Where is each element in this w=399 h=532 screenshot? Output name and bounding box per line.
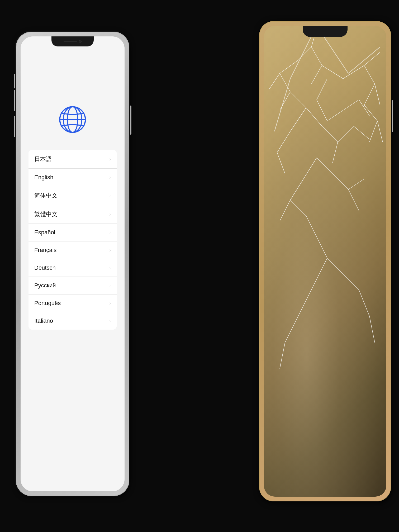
svg-line-40 xyxy=(306,279,317,300)
language-name-russian: Русский xyxy=(34,282,56,289)
svg-line-50 xyxy=(317,100,327,121)
language-name-english: English xyxy=(34,174,53,181)
svg-line-53 xyxy=(359,100,369,116)
svg-line-26 xyxy=(277,153,285,174)
svg-line-13 xyxy=(290,92,306,108)
svg-line-27 xyxy=(303,158,317,179)
language-name-simplified-chinese: 简体中文 xyxy=(34,192,58,200)
svg-line-28 xyxy=(317,158,332,174)
speaker xyxy=(64,41,77,42)
svg-line-23 xyxy=(332,142,338,163)
svg-line-45 xyxy=(369,316,375,343)
svg-line-42 xyxy=(285,321,296,343)
svg-line-30 xyxy=(348,189,359,211)
svg-line-52 xyxy=(343,100,359,110)
svg-line-18 xyxy=(364,84,375,105)
svg-line-11 xyxy=(280,73,290,92)
chevron-icon: › xyxy=(109,175,111,180)
chevron-icon: › xyxy=(109,230,111,235)
notch xyxy=(51,36,94,46)
front-camera xyxy=(79,40,82,43)
svg-line-20 xyxy=(306,108,322,126)
svg-line-10 xyxy=(269,73,280,89)
svg-line-55 xyxy=(274,79,290,131)
cracks-overlay xyxy=(264,26,386,497)
svg-line-17 xyxy=(375,84,380,105)
chevron-icon: › xyxy=(109,193,111,198)
language-name-italian: Italiano xyxy=(34,317,53,324)
svg-line-6 xyxy=(311,47,322,65)
language-item-portuguese[interactable]: Português › xyxy=(28,294,117,312)
language-item-simplified-chinese[interactable]: 简体中文 › xyxy=(28,186,117,205)
language-item-japanese[interactable]: 日本語 › xyxy=(28,150,117,169)
left-iphone: 日本語 › English › 简体中文 › 繁體中文 › Español xyxy=(16,32,129,496)
mute-button[interactable] xyxy=(14,74,15,88)
svg-line-9 xyxy=(280,60,298,73)
svg-line-25 xyxy=(277,131,290,153)
svg-line-21 xyxy=(322,126,338,142)
right-power-button[interactable] xyxy=(392,100,393,132)
language-name-french: Français xyxy=(34,247,56,254)
globe-icon xyxy=(58,105,87,134)
svg-line-38 xyxy=(327,258,343,274)
svg-line-22 xyxy=(338,126,354,142)
svg-line-43 xyxy=(280,343,285,369)
svg-line-41 xyxy=(296,300,306,321)
chevron-icon: › xyxy=(109,156,111,162)
volume-up-button[interactable] xyxy=(14,90,15,111)
svg-line-15 xyxy=(364,52,380,65)
svg-line-24 xyxy=(354,126,369,139)
svg-line-19 xyxy=(290,108,306,131)
svg-line-44 xyxy=(359,290,369,316)
svg-line-16 xyxy=(364,65,375,84)
svg-line-51 xyxy=(327,110,343,121)
chevron-icon: › xyxy=(109,301,111,306)
right-phone-frame xyxy=(259,21,391,501)
svg-line-31 xyxy=(348,179,364,189)
svg-line-35 xyxy=(306,216,317,237)
chevron-icon: › xyxy=(109,248,111,253)
chevron-icon: › xyxy=(109,265,111,271)
svg-line-33 xyxy=(280,200,290,221)
language-name-japanese: 日本語 xyxy=(34,155,52,163)
language-item-spanish[interactable]: Español › xyxy=(28,224,117,241)
svg-line-48 xyxy=(369,121,377,142)
language-item-traditional-chinese[interactable]: 繁體中文 › xyxy=(28,205,117,224)
svg-line-29 xyxy=(332,174,348,189)
left-phone-screen: 日本語 › English › 简体中文 › 繁體中文 › Español xyxy=(21,36,125,491)
right-notch xyxy=(303,26,348,37)
svg-line-49 xyxy=(317,79,327,100)
svg-line-57 xyxy=(348,47,380,73)
svg-line-39 xyxy=(343,274,359,290)
svg-line-34 xyxy=(290,200,306,216)
language-item-german[interactable]: Deutsch › xyxy=(28,259,117,277)
language-item-french[interactable]: Français › xyxy=(28,241,117,259)
language-item-english[interactable]: English › xyxy=(28,169,117,186)
language-name-german: Deutsch xyxy=(34,264,56,271)
language-name-traditional-chinese: 繁體中文 xyxy=(34,210,58,218)
left-phone-frame: 日本語 › English › 简体中文 › 繁體中文 › Español xyxy=(16,32,129,496)
language-item-russian[interactable]: Русский › xyxy=(28,277,117,294)
svg-line-36 xyxy=(317,237,327,258)
svg-line-47 xyxy=(377,121,383,142)
svg-line-14 xyxy=(343,65,364,79)
svg-line-32 xyxy=(290,179,303,200)
svg-line-46 xyxy=(364,105,377,121)
volume-down-button[interactable] xyxy=(14,116,15,137)
svg-line-8 xyxy=(322,65,343,79)
right-iphone xyxy=(259,21,391,501)
language-list: 日本語 › English › 简体中文 › 繁體中文 › Español xyxy=(28,150,117,330)
language-name-portuguese: Português xyxy=(34,300,61,307)
chevron-icon: › xyxy=(109,212,111,217)
language-item-italian[interactable]: Italiano › xyxy=(28,312,117,330)
chevron-icon: › xyxy=(109,283,111,288)
cracked-screen xyxy=(264,26,386,497)
power-button[interactable] xyxy=(130,106,131,135)
svg-line-37 xyxy=(317,258,327,279)
language-name-spanish: Español xyxy=(34,229,55,236)
chevron-icon: › xyxy=(109,318,111,324)
globe-icon-container xyxy=(58,105,87,134)
svg-line-7 xyxy=(311,65,322,84)
